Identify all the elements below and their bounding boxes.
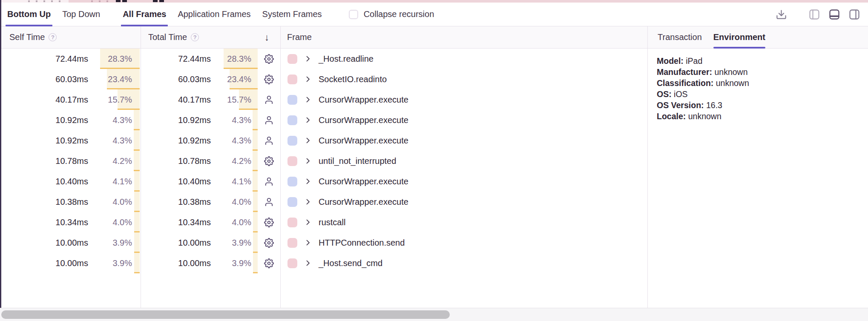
percent-weight-bar bbox=[134, 110, 140, 130]
tab-system-frames[interactable]: System Frames bbox=[262, 3, 322, 26]
tab-transaction[interactable]: Transaction bbox=[658, 26, 702, 48]
table-row[interactable]: 10.40ms 4.1% 10.40ms 4.1% CursorWrapper.… bbox=[0, 171, 647, 192]
expand-chevron-icon[interactable] bbox=[304, 75, 312, 83]
total-time-cell: 10.34ms 4.0% bbox=[141, 212, 280, 232]
expand-chevron-icon[interactable] bbox=[304, 177, 312, 186]
frame-cell: _Host.readline bbox=[280, 49, 647, 69]
tab-environment[interactable]: Environment bbox=[713, 26, 765, 48]
self-time-cell: 10.00ms 3.9% bbox=[0, 253, 141, 273]
frame-name: CursorWrapper.execute bbox=[319, 115, 408, 125]
total-time-percent-cell: 23.4% bbox=[224, 69, 258, 89]
total-time-cell: 10.40ms 4.1% bbox=[141, 171, 280, 192]
frame-type-icon-box bbox=[258, 171, 280, 192]
table-row[interactable]: 60.03ms 23.4% 60.03ms 23.4% SocketIO.rea… bbox=[0, 69, 647, 89]
self-time-percent-cell: 4.3% bbox=[99, 110, 141, 130]
table-row[interactable]: 10.00ms 3.9% 10.00ms 3.9% _Host.send_cmd bbox=[0, 253, 647, 273]
tab-bottom-up[interactable]: Bottom Up bbox=[7, 3, 51, 26]
self-time-column-header[interactable]: Self Time ? bbox=[0, 26, 141, 48]
horizontal-scrollbar[interactable] bbox=[0, 308, 868, 321]
total-time-percent: 15.7% bbox=[227, 89, 251, 110]
tab-top-down[interactable]: Top Down bbox=[62, 3, 100, 26]
total-time-percent-cell: 4.3% bbox=[224, 130, 258, 151]
expand-chevron-icon[interactable] bbox=[304, 136, 312, 145]
frame-color-chip bbox=[287, 95, 297, 105]
table-row[interactable]: 10.00ms 3.9% 10.00ms 3.9% HTTPConnection… bbox=[0, 232, 647, 253]
frame-name: CursorWrapper.execute bbox=[319, 197, 408, 207]
frame-cell: _Host.send_cmd bbox=[280, 253, 647, 273]
frame-header-label: Frame bbox=[287, 32, 312, 42]
expand-chevron-icon[interactable] bbox=[304, 157, 312, 165]
frame-color-chip bbox=[287, 258, 297, 268]
percent-weight-bar bbox=[134, 130, 140, 151]
field-value: unknown bbox=[688, 112, 721, 121]
table-row[interactable]: 10.92ms 4.3% 10.92ms 4.3% CursorWrapper.… bbox=[0, 110, 647, 130]
self-time-cell: 10.00ms 3.9% bbox=[0, 232, 141, 253]
self-time-percent: 3.9% bbox=[112, 232, 132, 253]
field-label: Locale: bbox=[657, 112, 686, 121]
minimap-tick bbox=[43, 0, 45, 2]
self-time-percent: 15.7% bbox=[108, 89, 132, 110]
tab-application-frames[interactable]: Application Frames bbox=[178, 3, 250, 26]
self-time-percent-cell: 23.4% bbox=[99, 69, 141, 89]
expand-chevron-icon[interactable] bbox=[304, 95, 312, 104]
expand-chevron-icon[interactable] bbox=[304, 54, 312, 63]
expand-chevron-icon[interactable] bbox=[304, 198, 312, 206]
table-row[interactable]: 10.38ms 4.0% 10.38ms 4.0% CursorWrapper.… bbox=[0, 192, 647, 212]
table-row[interactable]: 10.78ms 4.2% 10.78ms 4.2% until_not_inte… bbox=[0, 151, 647, 171]
frame-type-icon-box bbox=[258, 192, 280, 212]
self-time-percent-cell: 3.9% bbox=[99, 232, 141, 253]
table-body: 72.44ms 28.3% 72.44ms 28.3% _Host.readli… bbox=[0, 49, 647, 273]
environment-field: Classification: unknown bbox=[657, 77, 859, 89]
expand-chevron-icon[interactable] bbox=[304, 238, 312, 247]
table-row[interactable]: 10.34ms 4.0% 10.34ms 4.0% rustcall bbox=[0, 212, 647, 232]
sort-descending-icon[interactable]: ↓ bbox=[264, 32, 280, 43]
frame-column-header[interactable]: Frame bbox=[280, 26, 647, 48]
self-time-cell: 10.38ms 4.0% bbox=[0, 192, 141, 212]
collapse-recursion-label: Collapse recursion bbox=[364, 9, 434, 19]
frame-type-icon-box bbox=[258, 151, 280, 171]
self-time-value: 10.00ms bbox=[0, 232, 99, 253]
horizontal-scrollbar-thumb[interactable] bbox=[1, 310, 450, 319]
table-row[interactable]: 10.92ms 4.3% 10.92ms 4.3% CursorWrapper.… bbox=[0, 130, 647, 151]
download-icon[interactable] bbox=[775, 8, 788, 21]
environment-field: Model: iPad bbox=[657, 55, 859, 66]
frame-cell: CursorWrapper.execute bbox=[280, 130, 647, 151]
frame-cell: CursorWrapper.execute bbox=[280, 89, 647, 110]
frame-color-chip bbox=[287, 238, 297, 248]
gear-icon bbox=[264, 238, 274, 248]
expand-chevron-icon[interactable] bbox=[304, 116, 312, 124]
minimap-tick bbox=[99, 0, 101, 2]
tab-all-frames[interactable]: All Frames bbox=[123, 3, 166, 26]
frame-type-icon-box bbox=[258, 253, 280, 273]
total-time-percent-cell: 4.0% bbox=[224, 192, 258, 212]
details-tab-bar: Transaction Environment bbox=[648, 26, 868, 49]
self-time-value: 10.38ms bbox=[0, 192, 99, 212]
collapse-recursion-checkbox[interactable] bbox=[349, 10, 358, 19]
toolbar bbox=[775, 3, 868, 26]
self-time-percent-cell: 4.1% bbox=[99, 171, 141, 192]
percent-weight-bar bbox=[134, 151, 140, 171]
column-divider bbox=[280, 26, 281, 308]
table-row[interactable]: 72.44ms 28.3% 72.44ms 28.3% _Host.readli… bbox=[0, 49, 647, 69]
total-time-percent-cell: 4.1% bbox=[224, 171, 258, 192]
help-icon[interactable]: ? bbox=[49, 33, 57, 41]
self-time-percent: 4.1% bbox=[112, 171, 132, 192]
total-time-value: 10.00ms bbox=[141, 232, 224, 253]
minimap-frame-mark bbox=[159, 0, 164, 2]
expand-chevron-icon[interactable] bbox=[304, 259, 312, 267]
total-time-column-header[interactable]: Total Time ? ↓ bbox=[141, 26, 280, 48]
help-icon[interactable]: ? bbox=[191, 33, 199, 41]
self-time-cell: 40.17ms 15.7% bbox=[0, 89, 141, 110]
frame-cell: HTTPConnection.send bbox=[280, 232, 647, 253]
split-left-icon[interactable] bbox=[808, 8, 821, 21]
total-time-value: 10.92ms bbox=[141, 130, 224, 151]
minimap-tick bbox=[36, 0, 37, 2]
gear-icon bbox=[264, 75, 274, 84]
split-right-icon[interactable] bbox=[848, 8, 861, 21]
total-time-value: 10.78ms bbox=[141, 151, 224, 171]
expand-chevron-icon[interactable] bbox=[304, 218, 312, 226]
table-row[interactable]: 40.17ms 15.7% 40.17ms 15.7% CursorWrappe… bbox=[0, 89, 647, 110]
total-time-percent: 3.9% bbox=[232, 232, 251, 253]
split-bottom-icon[interactable] bbox=[828, 8, 841, 21]
field-value: 16.3 bbox=[706, 100, 722, 110]
